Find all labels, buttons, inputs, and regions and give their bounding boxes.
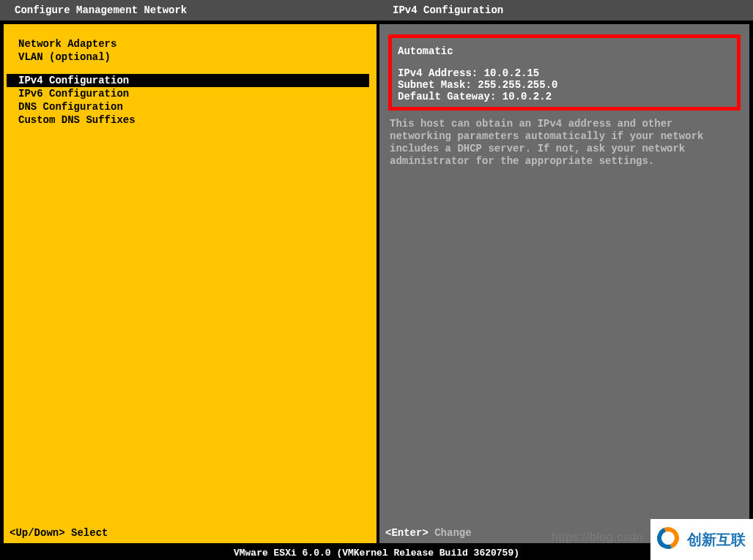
menu-item-label: VLAN (optional) xyxy=(18,51,111,63)
left-footer-key: <Up/Down> xyxy=(10,527,65,539)
menu-item-label: DNS Configuration xyxy=(18,101,123,113)
right-footer-key: <Enter> xyxy=(385,527,429,539)
menu-item-ipv6-configuration[interactable]: IPv6 Configuration xyxy=(4,87,376,100)
brand-text: 创新互联 xyxy=(687,530,746,550)
menu-item-dns-configuration[interactable]: DNS Configuration xyxy=(4,100,376,113)
kv-value: 255.255.255.0 xyxy=(478,79,557,91)
brand-logo-icon xyxy=(656,526,683,553)
menu-item-label: IPv6 Configuration xyxy=(18,88,129,100)
ipv4-description: This host can obtain an IPv4 address and… xyxy=(388,115,741,167)
esxi-dcui-screen: Configure Management Network Network Ada… xyxy=(0,0,753,560)
menu-item-ipv4-configuration[interactable]: IPv4 Configuration xyxy=(7,74,369,87)
menu-item-label: Custom DNS Suffixes xyxy=(18,114,136,126)
right-footer-hint: <Enter> Change xyxy=(385,527,472,539)
right-panel-title: IPv4 Configuration xyxy=(378,0,753,20)
left-panel-body: Network Adapters VLAN (optional) IPv4 Co… xyxy=(0,20,378,547)
right-panel: IPv4 Configuration Automatic IPv4 Addres… xyxy=(378,0,753,547)
right-panel-body: Automatic IPv4 Address: 10.0.2.15 Subnet… xyxy=(378,20,753,547)
menu-item-custom-dns-suffixes[interactable]: Custom DNS Suffixes xyxy=(4,113,376,127)
ipv4-mode: Automatic xyxy=(398,45,731,57)
menu-item-network-adapters[interactable]: Network Adapters xyxy=(4,37,376,51)
kv-label: IPv4 Address: xyxy=(398,67,478,79)
left-panel: Configure Management Network Network Ada… xyxy=(0,0,378,547)
brand-badge: 创新互联 xyxy=(650,519,753,560)
default-gateway-row: Default Gateway: 10.0.2.2 xyxy=(398,91,731,102)
kv-label: Subnet Mask: xyxy=(398,79,472,91)
ipv4-summary-box: Automatic IPv4 Address: 10.0.2.15 Subnet… xyxy=(388,34,741,111)
kv-label: Default Gateway: xyxy=(398,91,496,102)
main-split: Configure Management Network Network Ada… xyxy=(0,0,753,547)
ipv4-address-row: IPv4 Address: 10.0.2.15 xyxy=(398,67,731,79)
kv-value: 10.0.2.15 xyxy=(484,67,540,79)
menu-list: Network Adapters VLAN (optional) IPv4 Co… xyxy=(4,37,376,127)
left-panel-title: Configure Management Network xyxy=(0,0,378,20)
kv-value: 10.0.2.2 xyxy=(502,91,552,102)
left-footer-hint: <Up/Down> Select xyxy=(10,527,108,539)
menu-item-label: Network Adapters xyxy=(18,38,116,50)
left-footer-action: Select xyxy=(71,527,108,539)
status-bar: VMware ESXi 6.0.0 (VMKernel Release Buil… xyxy=(0,547,753,560)
menu-item-vlan[interactable]: VLAN (optional) xyxy=(4,51,376,64)
menu-spacer xyxy=(4,64,376,74)
menu-item-label: IPv4 Configuration xyxy=(18,75,129,86)
subnet-mask-row: Subnet Mask: 255.255.255.0 xyxy=(398,79,731,91)
right-footer-action: Change xyxy=(434,527,471,539)
